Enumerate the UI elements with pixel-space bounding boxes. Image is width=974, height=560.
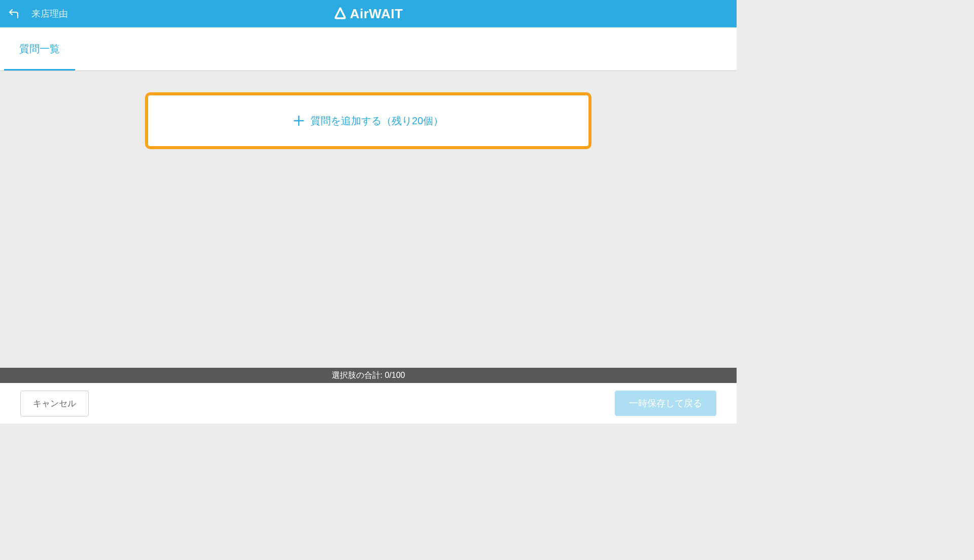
tab-question-list[interactable]: 質問一覧 (4, 27, 75, 71)
back-arrow-icon (8, 8, 20, 20)
app-logo-text: AirWAIT (350, 6, 403, 22)
header-title: 来店理由 (31, 8, 68, 20)
content-area: 質問を追加する（残り20個） (0, 71, 737, 368)
add-question-button[interactable]: 質問を追加する（残り20個） (145, 92, 592, 149)
add-question-label: 質問を追加する（残り20個） (310, 114, 443, 128)
back-button[interactable] (0, 0, 27, 27)
tab-active-indicator (4, 69, 75, 71)
tabs-bar: 質問一覧 (0, 27, 737, 71)
plus-icon (293, 115, 304, 126)
status-text: 選択肢の合計: 0/100 (332, 370, 405, 381)
app-header: 来店理由 AirWAIT (0, 0, 737, 27)
footer-actions: キャンセル 一時保存して戻る (0, 383, 737, 424)
cancel-button[interactable]: キャンセル (20, 391, 89, 416)
status-bar: 選択肢の合計: 0/100 (0, 368, 737, 383)
add-question-content: 質問を追加する（残り20個） (293, 114, 443, 128)
airwait-logo-icon (334, 7, 347, 20)
tab-label: 質問一覧 (19, 42, 60, 56)
app-logo: AirWAIT (334, 6, 403, 22)
save-button[interactable]: 一時保存して戻る (615, 391, 716, 416)
